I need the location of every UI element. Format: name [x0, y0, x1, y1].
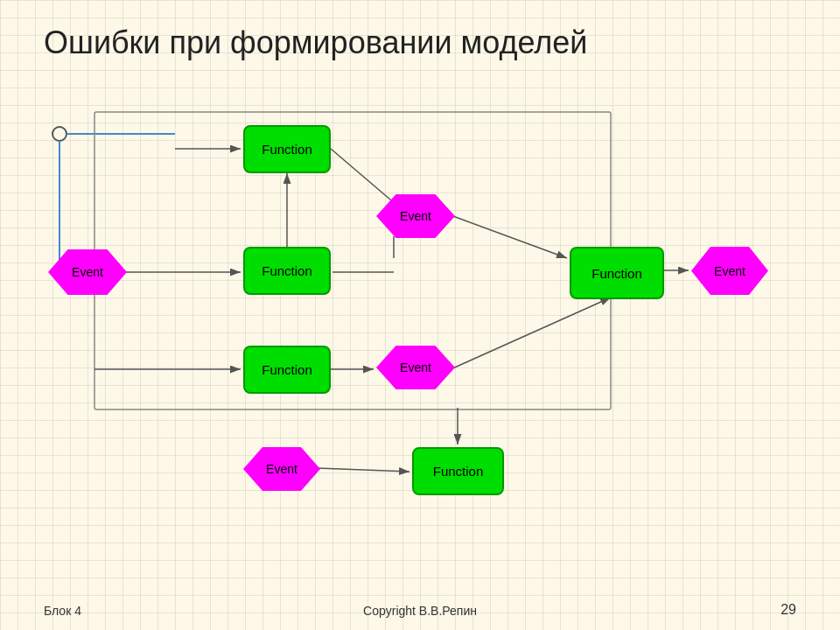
function-box-2: Function	[243, 247, 331, 295]
event-hex-2: Event	[376, 194, 455, 238]
svg-rect-5	[94, 112, 611, 410]
diagram-connectors	[0, 0, 840, 630]
svg-line-17	[318, 468, 410, 472]
footer-block-label: Блок 4	[44, 604, 81, 618]
svg-line-14	[451, 298, 611, 369]
page-title: Ошибки при формировании моделей	[44, 24, 587, 61]
function-box-4: Function	[412, 447, 504, 495]
event-hex-3: Event	[376, 346, 455, 389]
function-box-1: Function	[243, 125, 331, 173]
footer-page-number: 29	[780, 602, 796, 618]
function-box-3: Function	[243, 346, 331, 394]
svg-point-2	[52, 127, 66, 141]
event-hex-4: Event	[243, 447, 320, 491]
footer-copyright: Copyright В.В.Репин	[363, 604, 477, 618]
event-hex-5: Event	[691, 247, 768, 295]
event-hex-1: Event	[48, 249, 127, 295]
svg-line-15	[451, 215, 567, 258]
function-box-5: Function	[570, 247, 664, 299]
